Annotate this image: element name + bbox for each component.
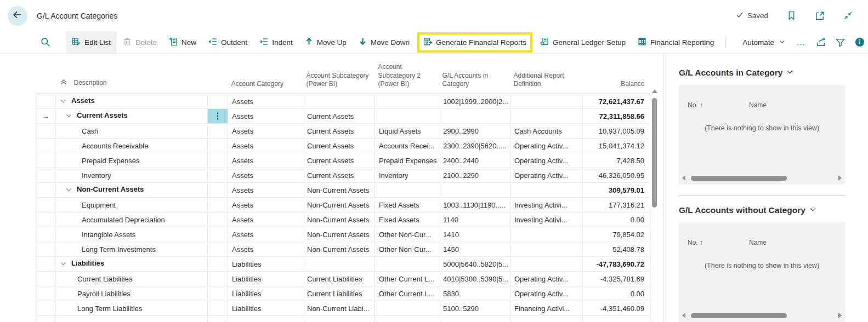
- chevron-down-icon[interactable]: [65, 187, 72, 195]
- cell-account-category[interactable]: Assets: [228, 198, 303, 212]
- automate-menu[interactable]: Automate: [741, 38, 786, 47]
- factbox-title[interactable]: G/L Accounts without Category: [679, 205, 868, 215]
- cell-balance[interactable]: 46,326,050.95: [583, 168, 650, 183]
- cell-subcategory-2[interactable]: Fixed Assets: [375, 212, 439, 227]
- cell-description[interactable]: Current Assets: [55, 109, 208, 124]
- cell-account-category[interactable]: Assets: [228, 183, 303, 198]
- cell-subcategory[interactable]: [303, 94, 375, 109]
- chevron-down-icon[interactable]: [65, 113, 72, 121]
- search-icon[interactable]: [36, 31, 55, 53]
- cell-description[interactable]: Equipment: [55, 198, 208, 212]
- move-down-button[interactable]: Move Down: [353, 31, 416, 53]
- bookmark-icon[interactable]: [787, 11, 796, 20]
- cell-gl-accounts[interactable]: 1450: [439, 242, 510, 257]
- cell-balance[interactable]: 7,428.50: [583, 153, 650, 168]
- cell-balance[interactable]: 309,579.01: [583, 183, 650, 198]
- filter-icon[interactable]: [836, 38, 845, 47]
- cell-account-category[interactable]: Assets: [228, 153, 303, 168]
- cell-subcategory[interactable]: Current Liabilities: [303, 272, 375, 286]
- cell-subcategory-2[interactable]: Other Current L...: [375, 286, 439, 301]
- cell-account-category[interactable]: Assets: [228, 124, 303, 139]
- cell-subcategory[interactable]: Current Assets: [303, 153, 375, 168]
- row-menu-button[interactable]: [208, 109, 228, 123]
- cell-account-category[interactable]: Assets: [228, 212, 303, 227]
- collapse-window-icon[interactable]: [843, 11, 853, 20]
- cell-subcategory-2[interactable]: [375, 183, 439, 198]
- cell-description[interactable]: Assets: [55, 94, 208, 109]
- cell-gl-accounts[interactable]: 1002|1999..2000|2...: [439, 94, 510, 109]
- row-selector[interactable]: [36, 124, 55, 139]
- cell-gl-accounts[interactable]: 2100..2290: [439, 168, 510, 183]
- cell-balance[interactable]: 72,621,437.67: [583, 94, 650, 109]
- cell-balance[interactable]: -47,783,690.72: [583, 257, 650, 272]
- cell-subcategory-2[interactable]: [375, 94, 439, 109]
- row-selector[interactable]: →: [36, 109, 55, 124]
- cell-additional-report[interactable]: [510, 257, 583, 272]
- chevron-down-icon[interactable]: [60, 261, 67, 269]
- cell-balance[interactable]: 0.00: [583, 212, 650, 227]
- row-selector[interactable]: [36, 183, 55, 198]
- cell-gl-accounts[interactable]: 5100..5290: [439, 301, 510, 316]
- cell-account-category[interactable]: Assets: [228, 242, 303, 257]
- cell-additional-report[interactable]: [510, 227, 583, 242]
- cell-description[interactable]: Prepaid Expenses: [55, 153, 208, 168]
- cell-account-category[interactable]: Liabilities: [228, 286, 303, 301]
- row-selector[interactable]: [36, 168, 55, 183]
- factbox-column-no[interactable]: No. ↑: [688, 101, 703, 109]
- cell-gl-accounts[interactable]: 1140: [439, 212, 510, 227]
- cell-subcategory[interactable]: Non-Current Assets: [303, 227, 375, 242]
- horizontal-scrollbar-thumb[interactable]: [691, 313, 787, 318]
- financial-reporting-button[interactable]: Financial Reporting: [632, 31, 720, 53]
- factbox-column-name[interactable]: Name: [749, 239, 767, 246]
- cell-subcategory-2[interactable]: [375, 301, 439, 316]
- cell-subcategory-2[interactable]: [375, 257, 439, 272]
- share-icon[interactable]: [816, 37, 826, 47]
- factbox-column-no[interactable]: No. ↑: [688, 239, 703, 246]
- cell-additional-report[interactable]: Cash Accounts: [510, 124, 583, 139]
- cell-subcategory[interactable]: Current Assets: [303, 124, 375, 139]
- cell-subcategory[interactable]: [303, 257, 375, 272]
- outdent-button[interactable]: Outdent: [202, 31, 253, 53]
- row-selector[interactable]: [36, 286, 55, 301]
- general-ledger-setup-button[interactable]: General Ledger Setup: [534, 31, 632, 53]
- cell-description[interactable]: Inventory: [55, 168, 208, 183]
- cell-gl-accounts[interactable]: 5000|5640..5820|5...: [439, 257, 510, 272]
- cell-subcategory-2[interactable]: Other Non-Cur...: [375, 242, 439, 257]
- cell-subcategory-2[interactable]: Fixed Assets: [375, 198, 439, 212]
- scroll-left-arrow-icon[interactable]: [682, 175, 685, 181]
- chevron-down-icon[interactable]: [60, 98, 67, 106]
- cell-additional-report[interactable]: Operating Activ...: [510, 168, 583, 183]
- cell-account-category[interactable]: Assets: [228, 168, 303, 183]
- scroll-right-arrow-icon[interactable]: [838, 175, 842, 181]
- cell-account-category[interactable]: Assets: [228, 109, 303, 124]
- cell-description[interactable]: Cash: [55, 124, 208, 139]
- cell-account-category[interactable]: Liabilities: [228, 301, 303, 316]
- cell-additional-report[interactable]: [510, 94, 583, 109]
- cell-additional-report[interactable]: Investing Activi...: [510, 212, 583, 227]
- cell-balance[interactable]: 0.00: [583, 286, 650, 301]
- column-header-additional-report[interactable]: Additional Report Definition: [510, 55, 583, 94]
- cell-subcategory[interactable]: Current Assets: [303, 168, 375, 183]
- cell-additional-report[interactable]: Operating Activ...: [510, 153, 583, 168]
- cell-subcategory[interactable]: Current Liabilities: [303, 286, 375, 301]
- cell-additional-report[interactable]: Operating Activ...: [510, 139, 583, 153]
- open-in-new-window-icon[interactable]: [815, 11, 825, 21]
- cell-balance[interactable]: 79,854.02: [583, 227, 650, 242]
- scrollbar-track[interactable]: [688, 313, 836, 318]
- row-selector[interactable]: [36, 257, 55, 272]
- cell-subcategory-2[interactable]: [375, 109, 439, 124]
- row-selector[interactable]: [36, 227, 55, 242]
- cell-description[interactable]: Accumulated Depreciation: [55, 212, 208, 227]
- cell-gl-accounts[interactable]: [439, 183, 510, 198]
- row-selector[interactable]: [36, 272, 55, 286]
- indent-button[interactable]: Indent: [253, 31, 299, 53]
- cell-balance[interactable]: -4,351,460.09: [583, 301, 650, 316]
- cell-additional-report[interactable]: [510, 242, 583, 257]
- cell-balance[interactable]: 72,311,858.66: [583, 109, 650, 124]
- cell-subcategory-2[interactable]: Liquid Assets: [375, 124, 439, 139]
- cell-gl-accounts[interactable]: 5830: [439, 286, 510, 301]
- cell-description[interactable]: Accounts Receivable: [55, 139, 208, 153]
- cell-subcategory[interactable]: Non-Current Assets: [303, 242, 375, 257]
- cell-description[interactable]: Long Term Liabilities: [55, 301, 208, 316]
- cell-subcategory-2[interactable]: Other Non-Cur...: [375, 227, 439, 242]
